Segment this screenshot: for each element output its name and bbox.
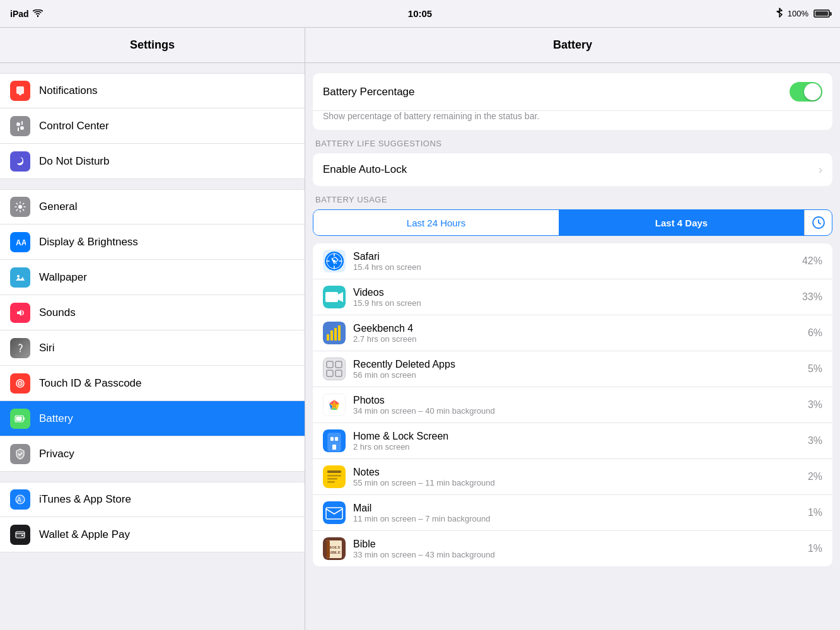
videos-app-icon: [323, 286, 346, 308]
svg-rect-18: [16, 532, 25, 538]
deleted-time: 56 min on screen: [353, 370, 808, 380]
battery-icon: [10, 409, 30, 429]
app-row-home[interactable]: Home & Lock Screen 2 hrs on screen 3%: [313, 423, 832, 459]
app-row-mail[interactable]: Mail 11 min on screen – 7 min background…: [313, 495, 832, 531]
svg-rect-25: [325, 292, 338, 302]
auto-lock-chevron: ›: [819, 163, 822, 177]
notes-time: 55 min on screen – 11 min background: [353, 478, 808, 487]
mail-info: Mail 11 min on screen – 7 min background: [353, 503, 808, 523]
battery-percentage-card: Battery Percentage Show percentage of ba…: [313, 73, 832, 130]
bible-pct: 1%: [808, 543, 822, 554]
siri-icon: [10, 338, 30, 358]
svg-rect-29: [334, 328, 337, 341]
safari-name: Safari: [353, 251, 802, 262]
photos-app-icon: [323, 394, 346, 416]
time-detail-button[interactable]: [804, 210, 832, 235]
suggestions-card: Enable Auto-Lock ›: [313, 153, 832, 186]
mail-time: 11 min on screen – 7 min background: [353, 514, 808, 523]
itunes-icon: A: [10, 489, 30, 510]
status-bar-right: 100%: [776, 8, 830, 20]
svg-rect-45: [327, 481, 335, 483]
svg-point-23: [333, 260, 335, 262]
app-row-geekbench[interactable]: Geekbench 4 2.7 hrs on screen 6%: [313, 315, 832, 351]
sidebar-item-wallpaper[interactable]: Wallpaper: [0, 260, 305, 295]
safari-info: Safari 15.4 hrs on screen: [353, 251, 802, 272]
app-row-deleted[interactable]: Recently Deleted Apps 56 min on screen 5…: [313, 351, 832, 387]
svg-rect-14: [16, 416, 22, 421]
tab-24-hours[interactable]: Last 24 Hours: [313, 210, 559, 235]
touch-id-label: Touch ID & Passcode: [39, 377, 142, 390]
svg-rect-39: [335, 437, 338, 441]
notifications-label: Notifications: [39, 85, 98, 97]
app-row-bible[interactable]: HOLY BIBLE Bible 33 min on screen – 43 m…: [313, 531, 832, 566]
sidebar-group-3: A iTunes & App Store Wallet & Apple Pay: [0, 482, 305, 552]
svg-rect-41: [323, 465, 346, 488]
svg-point-9: [20, 351, 21, 352]
sidebar-item-battery[interactable]: Battery: [0, 401, 305, 436]
tab-4-days[interactable]: Last 4 Days: [559, 210, 804, 235]
sidebar-item-touch-id[interactable]: Touch ID & Passcode: [0, 366, 305, 401]
itunes-label: iTunes & App Store: [39, 493, 131, 506]
status-bar-left: iPad: [10, 9, 43, 19]
battery-pct-label: 100%: [788, 9, 808, 18]
geekbench-pct: 6%: [808, 327, 822, 339]
sidebar-item-display[interactable]: AA Display & Brightness: [0, 225, 305, 260]
sidebar-item-sounds[interactable]: Sounds: [0, 295, 305, 330]
privacy-label: Privacy: [39, 448, 74, 460]
svg-rect-19: [21, 535, 23, 536]
notes-app-icon: [323, 465, 346, 488]
do-not-disturb-icon: [10, 151, 30, 172]
sidebar-item-control-center[interactable]: Control Center: [0, 108, 305, 144]
videos-info: Videos 15.9 hrs on screen: [353, 287, 802, 308]
auto-lock-row[interactable]: Enable Auto-Lock ›: [313, 153, 832, 186]
bible-time: 33 min on screen – 43 min background: [353, 550, 808, 559]
svg-rect-0: [16, 86, 24, 94]
sounds-icon: [10, 303, 30, 323]
photos-pct: 3%: [808, 399, 822, 411]
control-center-label: Control Center: [39, 120, 109, 132]
svg-point-6: [18, 205, 22, 209]
main-layout: Settings Notifications: [0, 28, 840, 630]
sounds-label: Sounds: [39, 306, 76, 319]
time-selector: Last 24 Hours Last 4 Days: [313, 209, 832, 236]
sidebar-item-wallet[interactable]: Wallet & Apple Pay: [0, 517, 305, 552]
geekbench-name: Geekbench 4: [353, 323, 808, 334]
app-row-safari[interactable]: Safari 15.4 hrs on screen 42%: [313, 243, 832, 279]
svg-text:A: A: [17, 496, 21, 503]
notifications-icon: [10, 81, 30, 101]
sidebar-item-siri[interactable]: Siri: [0, 330, 305, 366]
sidebar-item-do-not-disturb[interactable]: Do Not Disturb: [0, 144, 305, 179]
svg-text:AA: AA: [16, 238, 26, 247]
home-time: 2 hrs on screen: [353, 442, 808, 452]
svg-rect-15: [23, 417, 25, 420]
svg-rect-38: [330, 437, 334, 441]
device-label: iPad: [10, 9, 29, 19]
home-info: Home & Lock Screen 2 hrs on screen: [353, 431, 808, 452]
wallet-label: Wallet & Apple Pay: [39, 528, 130, 541]
battery-percentage-toggle[interactable]: [790, 82, 822, 102]
mail-app-icon: [323, 501, 346, 524]
sidebar-item-privacy[interactable]: Privacy: [0, 436, 305, 472]
sidebar-item-notifications[interactable]: Notifications: [0, 73, 305, 108]
geekbench-app-icon: [323, 322, 346, 344]
status-bar-time: 10:05: [408, 8, 432, 19]
sidebar-item-itunes[interactable]: A iTunes & App Store: [0, 482, 305, 517]
app-row-notes[interactable]: Notes 55 min on screen – 11 min backgrou…: [313, 459, 832, 495]
control-center-icon: [10, 116, 30, 136]
deleted-name: Recently Deleted Apps: [353, 359, 808, 370]
battery-label: Battery: [39, 412, 73, 425]
svg-point-2: [16, 122, 20, 126]
svg-rect-40: [332, 445, 336, 450]
svg-rect-43: [327, 475, 341, 477]
app-row-videos[interactable]: Videos 15.9 hrs on screen 33%: [313, 279, 832, 315]
suggestions-card-inner: Enable Auto-Lock ›: [313, 153, 832, 186]
wallet-icon: [10, 525, 30, 545]
usage-section-label: BATTERY USAGE: [305, 186, 840, 209]
bible-app-icon: HOLY BIBLE: [323, 537, 346, 560]
sidebar-item-general[interactable]: General: [0, 189, 305, 225]
safari-pct: 42%: [802, 255, 822, 267]
sidebar-title: Settings: [130, 38, 175, 52]
wallpaper-icon: [10, 267, 30, 288]
content-header: Battery: [305, 28, 840, 63]
app-row-photos[interactable]: Photos 34 min on screen – 40 min backgro…: [313, 387, 832, 423]
